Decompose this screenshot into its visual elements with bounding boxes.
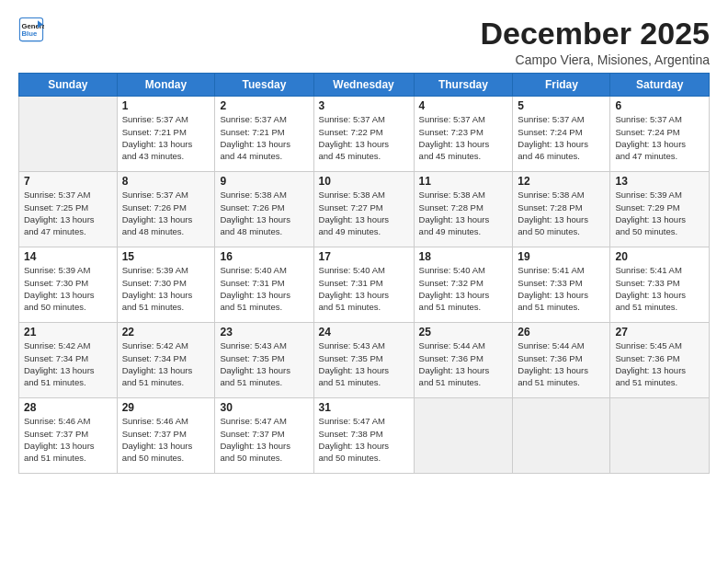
day-cell: 7Sunrise: 5:37 AM Sunset: 7:25 PM Daylig… xyxy=(19,172,118,247)
day-info: Sunrise: 5:40 AM Sunset: 7:32 PM Dayligh… xyxy=(419,264,508,313)
day-cell: 10Sunrise: 5:38 AM Sunset: 7:27 PM Dayli… xyxy=(313,172,414,247)
day-cell: 27Sunrise: 5:45 AM Sunset: 7:36 PM Dayli… xyxy=(610,323,710,398)
day-info: Sunrise: 5:44 AM Sunset: 7:36 PM Dayligh… xyxy=(419,339,508,388)
day-info: Sunrise: 5:39 AM Sunset: 7:30 PM Dayligh… xyxy=(122,264,210,313)
day-cell: 22Sunrise: 5:42 AM Sunset: 7:34 PM Dayli… xyxy=(117,323,215,398)
day-info: Sunrise: 5:42 AM Sunset: 7:34 PM Dayligh… xyxy=(24,339,112,388)
day-cell: 8Sunrise: 5:37 AM Sunset: 7:26 PM Daylig… xyxy=(117,172,215,247)
week-row-4: 21Sunrise: 5:42 AM Sunset: 7:34 PM Dayli… xyxy=(19,323,710,398)
day-cell: 21Sunrise: 5:42 AM Sunset: 7:34 PM Dayli… xyxy=(19,323,118,398)
day-number: 22 xyxy=(122,326,210,339)
day-cell: 28Sunrise: 5:46 AM Sunset: 7:37 PM Dayli… xyxy=(19,398,118,474)
day-number: 28 xyxy=(24,401,112,414)
day-info: Sunrise: 5:38 AM Sunset: 7:27 PM Dayligh… xyxy=(319,189,409,237)
day-info: Sunrise: 5:37 AM Sunset: 7:22 PM Dayligh… xyxy=(319,113,409,162)
day-number: 9 xyxy=(220,175,308,188)
day-info: Sunrise: 5:44 AM Sunset: 7:36 PM Dayligh… xyxy=(518,339,605,388)
day-cell: 25Sunrise: 5:44 AM Sunset: 7:36 PM Dayli… xyxy=(414,323,513,398)
day-cell: 23Sunrise: 5:43 AM Sunset: 7:35 PM Dayli… xyxy=(215,323,313,398)
day-info: Sunrise: 5:41 AM Sunset: 7:33 PM Dayligh… xyxy=(518,264,605,313)
day-number: 12 xyxy=(518,175,605,188)
day-number: 26 xyxy=(518,326,605,339)
day-cell: 9Sunrise: 5:38 AM Sunset: 7:26 PM Daylig… xyxy=(215,172,313,247)
day-number: 31 xyxy=(319,401,409,414)
day-cell: 4Sunrise: 5:37 AM Sunset: 7:23 PM Daylig… xyxy=(414,97,513,172)
day-number: 10 xyxy=(319,175,409,188)
day-cell xyxy=(19,97,118,172)
svg-text:Blue: Blue xyxy=(22,29,38,38)
day-info: Sunrise: 5:37 AM Sunset: 7:25 PM Dayligh… xyxy=(24,189,112,237)
day-number: 25 xyxy=(419,326,508,339)
day-info: Sunrise: 5:37 AM Sunset: 7:21 PM Dayligh… xyxy=(122,113,210,162)
logo: General Blue xyxy=(18,17,44,42)
week-row-5: 28Sunrise: 5:46 AM Sunset: 7:37 PM Dayli… xyxy=(19,398,710,474)
subtitle: Campo Viera, Misiones, Argentina xyxy=(480,52,710,67)
day-cell: 15Sunrise: 5:39 AM Sunset: 7:30 PM Dayli… xyxy=(117,247,215,323)
day-number: 23 xyxy=(220,326,308,339)
day-info: Sunrise: 5:37 AM Sunset: 7:21 PM Dayligh… xyxy=(220,113,308,162)
day-number: 6 xyxy=(615,99,704,112)
day-number: 30 xyxy=(220,401,308,414)
day-cell: 30Sunrise: 5:47 AM Sunset: 7:37 PM Dayli… xyxy=(215,398,313,474)
day-header-tuesday: Tuesday xyxy=(215,74,313,97)
day-info: Sunrise: 5:39 AM Sunset: 7:29 PM Dayligh… xyxy=(615,189,704,237)
day-cell: 11Sunrise: 5:38 AM Sunset: 7:28 PM Dayli… xyxy=(414,172,513,247)
day-number: 20 xyxy=(615,250,704,263)
day-cell: 24Sunrise: 5:43 AM Sunset: 7:35 PM Dayli… xyxy=(313,323,414,398)
day-number: 18 xyxy=(419,250,508,263)
day-number: 17 xyxy=(319,250,409,263)
day-cell: 3Sunrise: 5:37 AM Sunset: 7:22 PM Daylig… xyxy=(313,97,414,172)
day-info: Sunrise: 5:37 AM Sunset: 7:24 PM Dayligh… xyxy=(615,113,704,162)
day-info: Sunrise: 5:43 AM Sunset: 7:35 PM Dayligh… xyxy=(319,339,409,388)
day-cell: 1Sunrise: 5:37 AM Sunset: 7:21 PM Daylig… xyxy=(117,97,215,172)
day-cell: 18Sunrise: 5:40 AM Sunset: 7:32 PM Dayli… xyxy=(414,247,513,323)
day-cell: 2Sunrise: 5:37 AM Sunset: 7:21 PM Daylig… xyxy=(215,97,313,172)
day-header-friday: Friday xyxy=(513,74,610,97)
day-cell: 17Sunrise: 5:40 AM Sunset: 7:31 PM Dayli… xyxy=(313,247,414,323)
day-number: 2 xyxy=(220,99,308,112)
day-cell: 19Sunrise: 5:41 AM Sunset: 7:33 PM Dayli… xyxy=(513,247,610,323)
calendar-table: SundayMondayTuesdayWednesdayThursdayFrid… xyxy=(18,73,710,474)
day-cell xyxy=(414,398,513,474)
week-row-1: 1Sunrise: 5:37 AM Sunset: 7:21 PM Daylig… xyxy=(19,97,710,172)
day-number: 11 xyxy=(419,175,508,188)
day-number: 8 xyxy=(122,175,210,188)
title-block: December 2025 Campo Viera, Misiones, Arg… xyxy=(480,17,710,67)
day-number: 16 xyxy=(220,250,308,263)
day-header-sunday: Sunday xyxy=(19,74,118,97)
day-info: Sunrise: 5:37 AM Sunset: 7:26 PM Dayligh… xyxy=(122,189,210,237)
week-row-2: 7Sunrise: 5:37 AM Sunset: 7:25 PM Daylig… xyxy=(19,172,710,247)
page: General Blue December 2025 Campo Viera, … xyxy=(0,0,728,563)
day-info: Sunrise: 5:38 AM Sunset: 7:28 PM Dayligh… xyxy=(419,189,508,237)
day-cell: 16Sunrise: 5:40 AM Sunset: 7:31 PM Dayli… xyxy=(215,247,313,323)
logo-icon: General Blue xyxy=(18,17,44,42)
day-number: 27 xyxy=(615,326,704,339)
day-header-thursday: Thursday xyxy=(414,74,513,97)
day-number: 21 xyxy=(24,326,112,339)
day-number: 15 xyxy=(122,250,210,263)
day-info: Sunrise: 5:41 AM Sunset: 7:33 PM Dayligh… xyxy=(615,264,704,313)
day-info: Sunrise: 5:46 AM Sunset: 7:37 PM Dayligh… xyxy=(122,415,210,464)
day-info: Sunrise: 5:47 AM Sunset: 7:38 PM Dayligh… xyxy=(319,415,409,464)
day-cell xyxy=(513,398,610,474)
day-cell: 13Sunrise: 5:39 AM Sunset: 7:29 PM Dayli… xyxy=(610,172,710,247)
day-number: 3 xyxy=(319,99,409,112)
day-cell xyxy=(610,398,710,474)
day-number: 5 xyxy=(518,99,605,112)
day-header-wednesday: Wednesday xyxy=(313,74,414,97)
day-info: Sunrise: 5:42 AM Sunset: 7:34 PM Dayligh… xyxy=(122,339,210,388)
day-number: 7 xyxy=(24,175,112,188)
day-info: Sunrise: 5:38 AM Sunset: 7:28 PM Dayligh… xyxy=(518,189,605,237)
day-cell: 12Sunrise: 5:38 AM Sunset: 7:28 PM Dayli… xyxy=(513,172,610,247)
day-info: Sunrise: 5:45 AM Sunset: 7:36 PM Dayligh… xyxy=(615,339,704,388)
day-number: 29 xyxy=(122,401,210,414)
day-number: 1 xyxy=(122,99,210,112)
day-number: 19 xyxy=(518,250,605,263)
day-info: Sunrise: 5:37 AM Sunset: 7:24 PM Dayligh… xyxy=(518,113,605,162)
day-info: Sunrise: 5:47 AM Sunset: 7:37 PM Dayligh… xyxy=(220,415,308,464)
day-cell: 14Sunrise: 5:39 AM Sunset: 7:30 PM Dayli… xyxy=(19,247,118,323)
day-header-monday: Monday xyxy=(117,74,215,97)
day-info: Sunrise: 5:46 AM Sunset: 7:37 PM Dayligh… xyxy=(24,415,112,464)
day-cell: 5Sunrise: 5:37 AM Sunset: 7:24 PM Daylig… xyxy=(513,97,610,172)
day-info: Sunrise: 5:43 AM Sunset: 7:35 PM Dayligh… xyxy=(220,339,308,388)
